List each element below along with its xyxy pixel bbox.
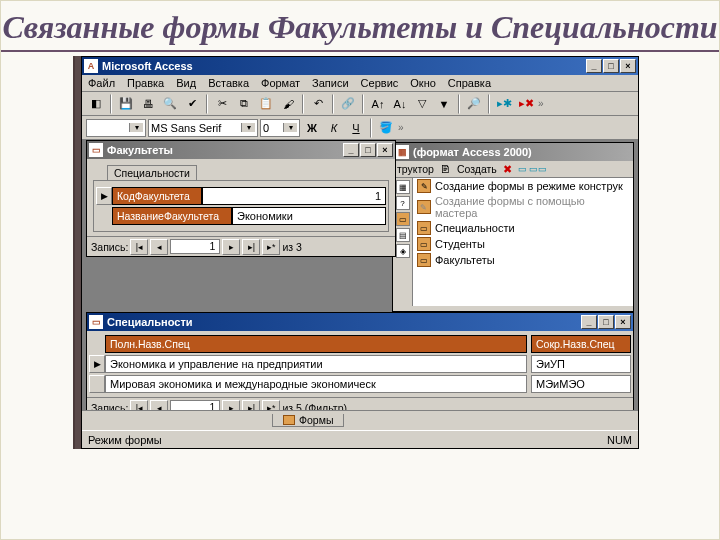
- db-tab-queries-icon[interactable]: ?: [396, 196, 410, 210]
- app-maximize-button[interactable]: □: [603, 59, 619, 73]
- db-title: (формат Access 2000): [413, 146, 631, 158]
- column-header-short: Сокр.Назв.Спец: [531, 335, 631, 353]
- paste-button[interactable]: 📋: [256, 94, 276, 114]
- copy-button[interactable]: ⧉: [234, 94, 254, 114]
- db-create[interactable]: Создать: [457, 163, 497, 175]
- menu-records[interactable]: Записи: [312, 77, 349, 89]
- cell-r1c2[interactable]: ЭиУП: [531, 355, 631, 373]
- app-title-bar: A Microsoft Access _ □ ×: [82, 57, 638, 75]
- db-item-studenty[interactable]: ▭Студенты: [413, 236, 633, 252]
- form2-icon: ▭: [89, 315, 103, 329]
- menu-insert[interactable]: Вставка: [208, 77, 249, 89]
- menu-help[interactable]: Справка: [448, 77, 491, 89]
- underline-button[interactable]: Ч: [346, 118, 366, 138]
- sort-asc-button[interactable]: A↑: [368, 94, 388, 114]
- field-kodfakulteta[interactable]: 1: [202, 187, 386, 205]
- cell-r2c2[interactable]: МЭиМЭО: [531, 375, 631, 393]
- db-forms-list: ✎Создание формы в режиме конструк ✎Созда…: [413, 178, 633, 306]
- app-title: Microsoft Access: [102, 60, 586, 72]
- form1-close[interactable]: ×: [377, 143, 393, 157]
- form1-record-nav: Запись: |◂ ◂ 1 ▸ ▸| ▸* из 3: [87, 236, 395, 256]
- label-nazvanie: НазваниеФакультета: [112, 207, 232, 225]
- form1-minimize[interactable]: _: [343, 143, 359, 157]
- form-fakultety: ▭ Факультеты _ □ × Специальности ▶ КодФа…: [86, 140, 396, 257]
- save-button[interactable]: 💾: [116, 94, 136, 114]
- nav-new-button[interactable]: ▸*: [262, 239, 280, 255]
- db-tab-forms-icon[interactable]: ▭: [396, 212, 410, 226]
- app-close-button[interactable]: ×: [620, 59, 636, 73]
- db-item-fakultety[interactable]: ▭Факультеты: [413, 252, 633, 268]
- link-button[interactable]: 🔗: [338, 94, 358, 114]
- format-toolbar: ▾ MS Sans Serif▾ 0▾ Ж К Ч 🪣 »: [82, 116, 638, 140]
- menu-view[interactable]: Вид: [176, 77, 196, 89]
- format-more-icon[interactable]: »: [398, 122, 404, 133]
- database-window: ▦ (формат Access 2000) труктор 🖹Создать …: [392, 142, 634, 312]
- db-item-specialnosti[interactable]: ▭Специальности: [413, 220, 633, 236]
- menu-format[interactable]: Формат: [261, 77, 300, 89]
- db-item-create-designer[interactable]: ✎Создание формы в режиме конструк: [413, 178, 633, 194]
- record-selector-icon[interactable]: [89, 375, 105, 393]
- filter2-button[interactable]: ▼: [434, 94, 454, 114]
- db-tab-tables-icon[interactable]: ▦: [396, 180, 410, 194]
- label-kodfakulteta: КодФакультета: [112, 187, 202, 205]
- form2-maximize[interactable]: □: [598, 315, 614, 329]
- nav-next-button[interactable]: ▸: [222, 239, 240, 255]
- form2-minimize[interactable]: _: [581, 315, 597, 329]
- tab-forms[interactable]: Формы: [272, 414, 344, 427]
- db-item-create-wizard[interactable]: ✎Создание формы с помощью мастера: [413, 194, 633, 220]
- column-header-full: Полн.Назв.Спец: [105, 335, 527, 353]
- cut-button[interactable]: ✂: [212, 94, 232, 114]
- db-tab-pages-icon[interactable]: ◈: [396, 244, 410, 258]
- access-app-window: A Microsoft Access _ □ × Файл Правка Вид…: [81, 56, 639, 449]
- menu-service[interactable]: Сервис: [361, 77, 399, 89]
- spell-button[interactable]: ✔: [182, 94, 202, 114]
- form2-close[interactable]: ×: [615, 315, 631, 329]
- new-record-button[interactable]: ▸✱: [494, 94, 514, 114]
- menu-edit[interactable]: Правка: [127, 77, 164, 89]
- form-specialnosti: ▭ Специальности _ □ × Полн.Назв.Спец Сок…: [86, 312, 634, 418]
- menu-window[interactable]: Окно: [410, 77, 436, 89]
- fontsize-combo[interactable]: 0▾: [260, 119, 300, 137]
- menu-bar: Файл Правка Вид Вставка Формат Записи Се…: [82, 75, 638, 92]
- record-selector-icon[interactable]: ▶: [89, 355, 105, 373]
- form1-maximize[interactable]: □: [360, 143, 376, 157]
- app-minimize-button[interactable]: _: [586, 59, 602, 73]
- format-painter-button[interactable]: 🖌: [278, 94, 298, 114]
- sort-desc-button[interactable]: A↓: [390, 94, 410, 114]
- nav-first-button[interactable]: |◂: [130, 239, 148, 255]
- find-button[interactable]: 🔎: [464, 94, 484, 114]
- standard-toolbar: ◧ 💾 🖶 🔍 ✔ ✂ ⧉ 📋 🖌 ↶ 🔗 A↑ A↓ ▽ ▼ 🔎 ▸✱ ▸✖ …: [82, 92, 638, 116]
- toolbar-more-icon[interactable]: »: [538, 98, 544, 109]
- delete-record-button[interactable]: ▸✖: [516, 94, 536, 114]
- nav-last-button[interactable]: ▸|: [242, 239, 260, 255]
- print-button[interactable]: 🖶: [138, 94, 158, 114]
- nav-prev-button[interactable]: ◂: [150, 239, 168, 255]
- db-icon: ▦: [395, 145, 409, 159]
- preview-button[interactable]: 🔍: [160, 94, 180, 114]
- menu-file[interactable]: Файл: [88, 77, 115, 89]
- field-nazvanie[interactable]: Экономики: [232, 207, 386, 225]
- db-sidebar: ▦ ? ▭ ▤ ◈: [393, 178, 413, 306]
- form1-subtab[interactable]: Специальности: [107, 165, 197, 180]
- access-app-icon: A: [84, 59, 98, 73]
- nav-count: из 3: [282, 241, 301, 253]
- form2-title: Специальности: [107, 316, 581, 328]
- bold-button[interactable]: Ж: [302, 118, 322, 138]
- object-combo[interactable]: ▾: [86, 119, 146, 137]
- db-tab-reports-icon[interactable]: ▤: [396, 228, 410, 242]
- font-combo[interactable]: MS Sans Serif▾: [148, 119, 258, 137]
- cell-r1c1[interactable]: Экономика и управление на предприятии: [105, 355, 527, 373]
- nav-position[interactable]: 1: [170, 239, 220, 254]
- slide-title: Связанные формы Факультеты и Специальнос…: [1, 1, 719, 52]
- filter-button[interactable]: ▽: [412, 94, 432, 114]
- status-num: NUM: [607, 434, 632, 446]
- italic-button[interactable]: К: [324, 118, 344, 138]
- fill-color-button[interactable]: 🪣: [376, 118, 396, 138]
- db-constructor[interactable]: труктор: [397, 163, 434, 175]
- record-selector-icon[interactable]: ▶: [96, 187, 112, 205]
- status-mode: Режим формы: [88, 434, 162, 446]
- form1-icon: ▭: [89, 143, 103, 157]
- view-button[interactable]: ◧: [86, 94, 106, 114]
- undo-button[interactable]: ↶: [308, 94, 328, 114]
- cell-r2c1[interactable]: Мировая экономика и международные эконом…: [105, 375, 527, 393]
